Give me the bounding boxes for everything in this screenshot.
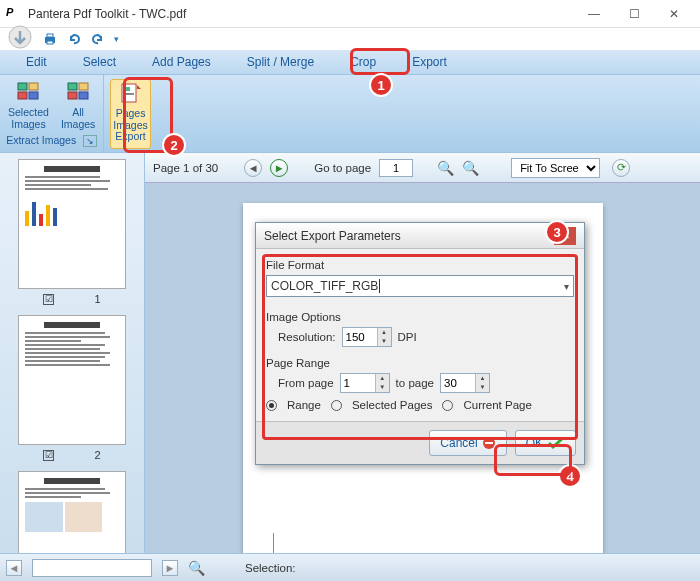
radio-selected-label: Selected Pages	[352, 399, 433, 411]
next-page-button[interactable]: ►	[270, 159, 288, 177]
callout-badge-2: 2	[162, 133, 186, 157]
svg-rect-10	[68, 92, 77, 99]
status-search-icon[interactable]: 🔍	[188, 560, 205, 576]
menu-tabs: Edit Select Add Pages Split / Merge Crop…	[0, 50, 700, 75]
from-page-field[interactable]	[341, 377, 375, 389]
zoom-fit-select[interactable]: Fit To Scree	[511, 158, 600, 178]
dialog-button-row: Cancel OK	[256, 421, 584, 464]
radio-range[interactable]	[266, 400, 277, 411]
thumbnail-page[interactable]	[18, 471, 126, 553]
svg-rect-7	[29, 92, 38, 99]
selected-images-button[interactable]: Selected Images	[6, 79, 51, 132]
from-page-input[interactable]: ▲▼	[340, 373, 390, 393]
status-next-icon[interactable]: ►	[162, 560, 178, 576]
svg-rect-9	[79, 83, 88, 90]
refresh-button[interactable]: ⟳	[612, 159, 630, 177]
resolution-field[interactable]	[343, 331, 377, 343]
thumbnail-page[interactable]	[18, 159, 126, 289]
radio-current-page[interactable]	[442, 400, 453, 411]
tab-add-pages[interactable]: Add Pages	[146, 53, 217, 71]
quick-access-toolbar: ▾	[0, 28, 700, 50]
document-chart	[273, 533, 573, 553]
dialog-title-text: Select Export Parameters	[264, 229, 401, 243]
to-page-spinner[interactable]: ▲▼	[475, 374, 489, 392]
ribbon-group-export: Pages Images Export	[104, 75, 156, 152]
chevron-down-icon[interactable]: ▾	[564, 281, 569, 292]
app-menu-button[interactable]	[6, 25, 34, 53]
pages-images-export-button[interactable]: Pages Images Export	[110, 79, 150, 149]
text-cursor	[379, 279, 380, 293]
selection-label: Selection:	[245, 562, 296, 574]
from-page-label: From page	[278, 377, 334, 389]
resolution-input[interactable]: ▲▼	[342, 327, 392, 347]
page-toolbar: Page 1 of 30 ◄ ► Go to page 🔍 🔍 Fit To S…	[145, 153, 700, 183]
cancel-icon	[482, 436, 496, 450]
zoom-out-icon[interactable]: 🔍	[437, 160, 454, 176]
to-page-field[interactable]	[441, 377, 475, 389]
thumbnail-page[interactable]	[18, 315, 126, 445]
tab-crop[interactable]: Crop	[344, 53, 382, 71]
ok-button[interactable]: OK	[515, 430, 576, 456]
ribbon: Selected Images All Images Extract Image…	[0, 75, 700, 153]
close-button[interactable]: ✕	[654, 3, 694, 25]
minimize-button[interactable]: —	[574, 3, 614, 25]
prev-page-button[interactable]: ◄	[244, 159, 262, 177]
svg-rect-13	[124, 87, 130, 91]
radio-selected-pages[interactable]	[331, 400, 342, 411]
to-page-input[interactable]: ▲▼	[440, 373, 490, 393]
svg-rect-14	[124, 93, 134, 95]
dialog-launcher-icon[interactable]: ↘	[83, 135, 97, 147]
to-page-label: to page	[396, 377, 434, 389]
ribbon-group-label-extract: Extract Images ↘	[6, 134, 97, 146]
tab-select[interactable]: Select	[77, 53, 122, 71]
zoom-in-icon[interactable]: 🔍	[462, 160, 479, 176]
export-parameters-dialog: Select Export Parameters ✕ File Format C…	[255, 222, 585, 465]
print-icon[interactable]	[42, 31, 58, 47]
file-format-value: COLOR_TIFF_RGB	[271, 279, 378, 293]
undo-icon[interactable]	[66, 31, 82, 47]
ribbon-group-extract-images: Selected Images All Images Extract Image…	[0, 75, 104, 152]
window-controls: — ☐ ✕	[574, 3, 694, 25]
thumbnail-pane[interactable]: ☑ 1 ☑ 2 ☑ 3	[0, 153, 145, 553]
titlebar: P Pantera Pdf Toolkit - TWC.pdf — ☐ ✕	[0, 0, 700, 28]
image-options-label: Image Options	[266, 311, 574, 323]
file-format-label: File Format	[266, 259, 574, 271]
svg-rect-11	[79, 92, 88, 99]
resolution-spinner[interactable]: ▲▼	[377, 328, 391, 346]
go-to-page-input[interactable]	[379, 159, 413, 177]
thumbnail-checkbox[interactable]: ☑	[43, 294, 54, 305]
all-images-button[interactable]: All Images	[59, 79, 97, 132]
tab-split-merge[interactable]: Split / Merge	[241, 53, 320, 71]
svg-rect-8	[68, 83, 77, 90]
page-range-label: Page Range	[266, 357, 574, 369]
svg-rect-3	[47, 41, 53, 44]
tab-edit[interactable]: Edit	[20, 53, 53, 71]
callout-badge-3: 3	[545, 220, 569, 244]
file-format-combobox[interactable]: COLOR_TIFF_RGB ▾	[266, 275, 574, 297]
svg-rect-5	[29, 83, 38, 90]
thumbnail-checkbox[interactable]: ☑	[43, 450, 54, 461]
pages-images-export-label: Pages Images Export	[113, 108, 147, 143]
qat-dropdown-icon[interactable]: ▾	[114, 34, 119, 44]
cancel-button[interactable]: Cancel	[429, 430, 506, 456]
callout-badge-1: 1	[369, 73, 393, 97]
ok-check-icon	[547, 436, 565, 450]
tab-export[interactable]: Export	[406, 53, 453, 71]
search-input[interactable]	[32, 559, 152, 577]
app-icon: P	[6, 6, 22, 22]
selected-images-label: Selected Images	[8, 107, 49, 130]
thumbnail-number: 2	[94, 449, 100, 461]
status-prev-icon[interactable]: ◄	[6, 560, 22, 576]
all-images-label: All Images	[61, 107, 95, 130]
redo-icon[interactable]	[90, 31, 106, 47]
maximize-button[interactable]: ☐	[614, 3, 654, 25]
window-title: Pantera Pdf Toolkit - TWC.pdf	[28, 7, 186, 21]
radio-current-label: Current Page	[463, 399, 531, 411]
page-indicator: Page 1 of 30	[153, 162, 218, 174]
svg-rect-4	[18, 83, 27, 90]
thumbnail-number: 1	[94, 293, 100, 305]
dialog-titlebar: Select Export Parameters ✕	[256, 223, 584, 249]
callout-badge-4: 4	[558, 464, 582, 488]
radio-range-label: Range	[287, 399, 321, 411]
from-page-spinner[interactable]: ▲▼	[375, 374, 389, 392]
